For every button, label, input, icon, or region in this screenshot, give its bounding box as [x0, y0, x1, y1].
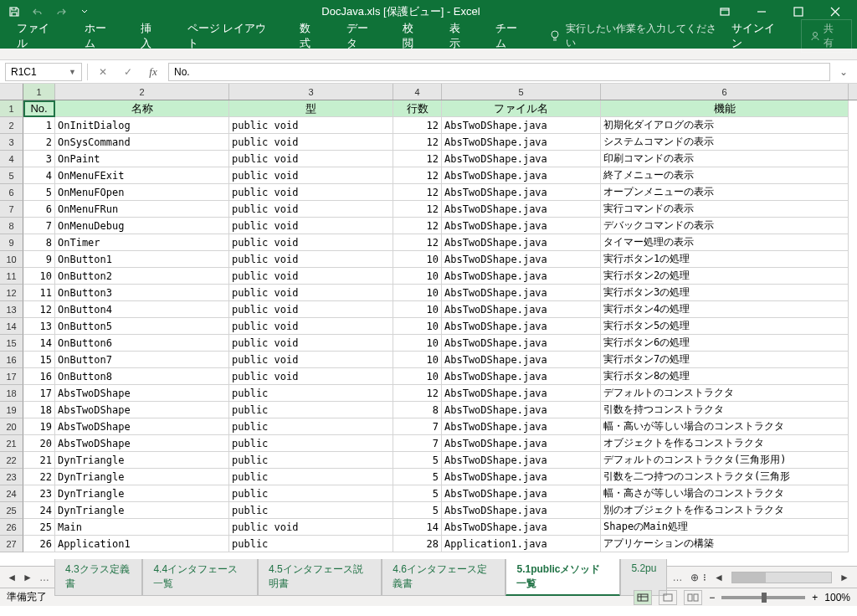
row-header[interactable]: 21	[0, 435, 23, 452]
cancel-formula-button[interactable]: ✕	[93, 63, 113, 81]
header-cell[interactable]: 型	[229, 100, 393, 117]
cell[interactable]: public	[229, 502, 393, 519]
cell[interactable]: 10	[393, 368, 442, 385]
cell[interactable]: public	[229, 435, 393, 452]
cell[interactable]: 19	[23, 418, 55, 435]
ribbon-tab[interactable]: ページ レイアウト	[176, 16, 287, 56]
column-header[interactable]: 3	[229, 84, 393, 100]
ribbon-tab[interactable]: ホーム	[73, 16, 128, 56]
cell[interactable]: public void	[229, 167, 393, 184]
expand-formula-bar[interactable]: ⌄	[835, 66, 852, 78]
cell[interactable]: AbsTwoDShape.java	[442, 268, 601, 285]
cell[interactable]: OnTimer	[55, 234, 229, 251]
horizontal-scrollbar[interactable]	[731, 572, 832, 583]
cell[interactable]: 5	[23, 184, 55, 201]
insert-function-button[interactable]: fx	[143, 63, 163, 81]
cell[interactable]: OnMenuFExit	[55, 167, 229, 184]
ribbon-tab[interactable]: データ	[335, 16, 390, 56]
cell[interactable]: 8	[393, 402, 442, 418]
row-header[interactable]: 9	[0, 234, 23, 251]
cell[interactable]: public	[229, 485, 393, 502]
cell[interactable]: OnInitDialog	[55, 117, 229, 134]
normal-view-button[interactable]	[634, 590, 652, 605]
cell[interactable]: DynTriangle	[55, 469, 229, 485]
zoom-in-button[interactable]: +	[812, 592, 818, 603]
cell[interactable]: AbsTwoDShape.java	[442, 368, 601, 385]
cell[interactable]: 5	[393, 502, 442, 519]
cell[interactable]: AbsTwoDShape.java	[442, 485, 601, 502]
cell[interactable]: public void	[229, 519, 393, 536]
cell[interactable]: 2	[23, 134, 55, 151]
cell[interactable]: 実行ボタン1の処理	[601, 251, 849, 268]
column-header[interactable]: 4	[393, 84, 442, 100]
cell[interactable]: AbsTwoDShape	[55, 402, 229, 418]
cell[interactable]: public void	[229, 268, 393, 285]
row-header[interactable]: 8	[0, 218, 23, 234]
cell[interactable]: OnButton4	[55, 301, 229, 318]
enter-formula-button[interactable]: ✓	[118, 63, 138, 81]
cell[interactable]: 実行ボタン8の処理	[601, 368, 849, 385]
cell[interactable]: 12	[393, 201, 442, 218]
cell[interactable]: AbsTwoDShape.java	[442, 469, 601, 485]
row-header[interactable]: 12	[0, 285, 23, 301]
cell[interactable]: 終了メニューの表示	[601, 167, 849, 184]
header-cell[interactable]: 名称	[55, 100, 229, 117]
row-header[interactable]: 18	[0, 385, 23, 402]
cell[interactable]: ShapeのMain処理	[601, 519, 849, 536]
cell[interactable]: AbsTwoDShape.java	[442, 318, 601, 335]
cell[interactable]: public void	[229, 352, 393, 368]
cell[interactable]: AbsTwoDShape.java	[442, 435, 601, 452]
row-header[interactable]: 25	[0, 502, 23, 519]
cell[interactable]: 引数を持つコンストラクタ	[601, 402, 849, 418]
cell[interactable]: public void	[229, 301, 393, 318]
cell[interactable]: 実行ボタン2の処理	[601, 268, 849, 285]
cell[interactable]: public void	[229, 117, 393, 134]
cell[interactable]: 印刷コマンドの表示	[601, 151, 849, 167]
cell[interactable]: OnMenuDebug	[55, 218, 229, 234]
cell[interactable]: AbsTwoDShape	[55, 418, 229, 435]
cell[interactable]: 16	[23, 368, 55, 385]
cell[interactable]: AbsTwoDShape.java	[442, 134, 601, 151]
cell[interactable]: 引数を二つ持つのコンストラクタ(三角形	[601, 469, 849, 485]
cell[interactable]: public	[229, 536, 393, 552]
cell[interactable]: AbsTwoDShape.java	[442, 402, 601, 418]
row-header[interactable]: 2	[0, 117, 23, 134]
cell[interactable]: 5	[393, 485, 442, 502]
row-header[interactable]: 7	[0, 201, 23, 218]
row-header[interactable]: 6	[0, 184, 23, 201]
row-header[interactable]: 27	[0, 536, 23, 552]
page-break-view-button[interactable]	[684, 590, 702, 605]
cell[interactable]: 1	[23, 117, 55, 134]
cell[interactable]: DynTriangle	[55, 502, 229, 519]
cell[interactable]: public void	[229, 285, 393, 301]
cell[interactable]: 5	[393, 452, 442, 469]
cell[interactable]: 10	[393, 285, 442, 301]
cell[interactable]: public void	[229, 335, 393, 352]
row-header[interactable]: 17	[0, 368, 23, 385]
cell[interactable]: AbsTwoDShape	[55, 385, 229, 402]
row-header[interactable]: 3	[0, 134, 23, 151]
cells-grid[interactable]: No.名称型行数ファイル名機能1OnInitDialogpublic void1…	[23, 100, 849, 566]
row-header[interactable]: 16	[0, 352, 23, 368]
cell[interactable]: 20	[23, 435, 55, 452]
cell[interactable]: 24	[23, 502, 55, 519]
cell[interactable]: 実行ボタン3の処理	[601, 285, 849, 301]
cell[interactable]: OnSysCommand	[55, 134, 229, 151]
cell[interactable]: 10	[393, 251, 442, 268]
cell[interactable]: 実行ボタン6の処理	[601, 335, 849, 352]
tell-me[interactable]: 実行したい作業を入力してください	[549, 22, 721, 50]
select-all-corner[interactable]	[0, 84, 23, 100]
cell[interactable]: public	[229, 402, 393, 418]
cell[interactable]: 7	[393, 435, 442, 452]
cell[interactable]: OnButton3	[55, 285, 229, 301]
cell[interactable]: OnButton6	[55, 335, 229, 352]
ribbon-tab[interactable]: 校閲	[391, 16, 435, 56]
cell[interactable]: 9	[23, 251, 55, 268]
row-header[interactable]: 19	[0, 402, 23, 418]
row-header[interactable]: 1	[0, 100, 23, 117]
cell[interactable]: 5	[393, 469, 442, 485]
cell[interactable]: AbsTwoDShape.java	[442, 301, 601, 318]
cell[interactable]: 12	[393, 117, 442, 134]
cell[interactable]: 12	[393, 234, 442, 251]
cell[interactable]: AbsTwoDShape.java	[442, 502, 601, 519]
